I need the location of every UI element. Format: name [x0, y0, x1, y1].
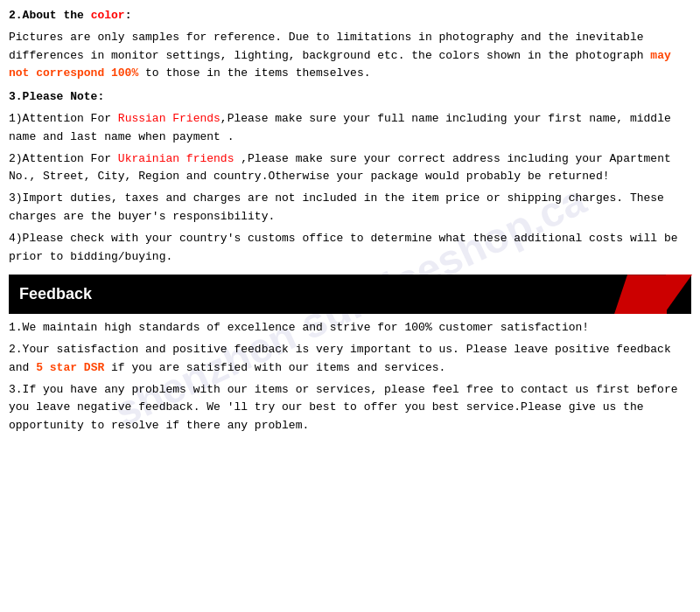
section3-item2-prefix: 2)Attention For	[9, 152, 118, 165]
section3-title: 3.Please Note:	[9, 88, 691, 107]
section2-paragraph: Pictures are only samples for reference.…	[9, 29, 691, 83]
section2-title: 2.About the color:	[9, 7, 691, 25]
section3-item4: 4)Please check with your country's custo…	[9, 230, 691, 267]
feedback-item3: 3.If you have any problems with our item…	[9, 381, 691, 435]
section3-ukrainian-friends: Ukrainian friends	[118, 152, 234, 165]
feedback-section: 1.We maintain high standards of excellen…	[9, 319, 691, 435]
section2-color-word: color	[91, 9, 125, 22]
feedback-item2-cont: if you are satisfied with our items and …	[104, 361, 445, 374]
section3-item1: 1)Attention For Russian Friends,Please m…	[9, 110, 691, 147]
feedback-banner-title: Feedback	[19, 282, 92, 307]
section3-title-text: 3.Please Note	[9, 90, 97, 103]
feedback-item2-star-dsr: 5 star DSR	[36, 361, 104, 374]
section-about-color: 2.About the color: Pictures are only sam…	[9, 7, 691, 83]
section2-text1: Pictures are only samples for reference.…	[9, 31, 650, 62]
feedback-banner: Feedback	[9, 275, 691, 314]
feedback-item2: 2.Your satisfaction and positive feedbac…	[9, 341, 691, 378]
section3-colon: :	[97, 90, 104, 103]
section3-item2: 2)Attention For Ukrainian friends ,Pleas…	[9, 150, 691, 187]
section3-russian-friends: Russian Friends	[118, 112, 220, 125]
page-content: 2.About the color: Pictures are only sam…	[9, 7, 691, 435]
section2-colon: :	[125, 9, 132, 22]
feedback-item1: 1.We maintain high standards of excellen…	[9, 319, 691, 337]
section-please-note: 3.Please Note: 1)Attention For Russian F…	[9, 88, 691, 266]
feedback-banner-red-accent	[614, 275, 667, 314]
section2-title-text: 2.About the	[9, 9, 91, 22]
section2-text2: to those in the items themselves.	[138, 66, 370, 80]
section3-item3: 3)Import duties, taxes and charges are n…	[9, 190, 691, 226]
section3-item1-prefix: 1)Attention For	[9, 112, 118, 125]
